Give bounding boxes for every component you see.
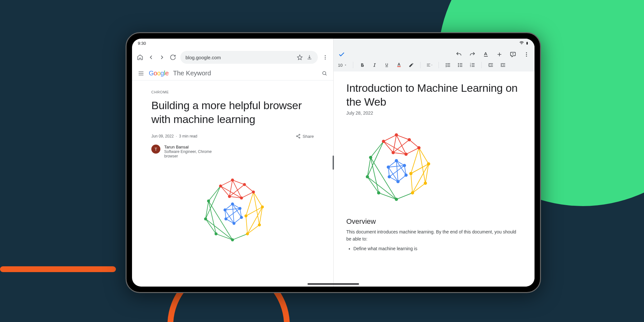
- underline-icon[interactable]: [384, 62, 390, 68]
- google-logo: Google: [149, 70, 169, 77]
- italic-icon[interactable]: [371, 62, 378, 68]
- section-heading: Overview: [346, 217, 522, 226]
- dropdown-arrow-icon: [344, 63, 347, 67]
- svg-point-44: [424, 182, 427, 185]
- svg-point-2: [325, 59, 326, 60]
- svg-point-25: [224, 217, 227, 220]
- svg-point-15: [246, 232, 249, 235]
- svg-point-20: [231, 238, 234, 241]
- svg-point-22: [239, 207, 242, 210]
- article-hero-illustration: [151, 168, 314, 252]
- comment-icon[interactable]: [509, 51, 516, 58]
- back-icon[interactable]: [147, 54, 155, 61]
- svg-point-11: [240, 196, 243, 199]
- share-icon: [296, 134, 301, 139]
- svg-point-21: [231, 203, 234, 205]
- article-content: CHROME Building a more helpful browser w…: [132, 80, 333, 261]
- svg-point-55: [388, 175, 391, 178]
- background-orange-line: [0, 266, 116, 272]
- svg-point-45: [411, 191, 414, 194]
- svg-point-43: [427, 162, 430, 166]
- svg-point-24: [232, 222, 235, 225]
- omnibox-url: blog.google.com: [185, 55, 293, 60]
- bullet-list-icon[interactable]: [457, 62, 463, 68]
- reload-icon[interactable]: [169, 54, 176, 61]
- svg-point-8: [231, 179, 234, 182]
- svg-point-50: [395, 198, 398, 201]
- text-format-icon[interactable]: [482, 51, 489, 58]
- author-name: Tarun Bansal: [164, 145, 216, 149]
- svg-point-47: [369, 156, 372, 159]
- align-icon[interactable]: [426, 62, 433, 68]
- svg-point-46: [409, 172, 412, 175]
- outdent-icon[interactable]: [488, 62, 494, 68]
- list-item: Define what machine learning is: [354, 246, 522, 251]
- svg-point-17: [207, 200, 210, 203]
- svg-point-14: [258, 223, 261, 226]
- svg-rect-30: [397, 66, 401, 67]
- hamburger-icon[interactable]: [138, 70, 144, 77]
- checklist-icon[interactable]: [445, 62, 451, 68]
- highlight-icon[interactable]: [408, 62, 414, 68]
- redo-icon[interactable]: [469, 51, 476, 58]
- svg-point-49: [377, 191, 380, 194]
- svg-point-19: [215, 232, 218, 235]
- svg-point-54: [396, 180, 400, 183]
- author-block: T Tarun Bansal Software Engineer, Chrome…: [151, 145, 314, 158]
- svg-point-52: [403, 164, 406, 167]
- svg-point-7: [219, 185, 222, 187]
- text-color-icon[interactable]: [396, 62, 402, 68]
- home-icon[interactable]: [137, 54, 144, 61]
- share-button[interactable]: Share: [296, 134, 314, 139]
- site-title: The Keyword: [173, 70, 211, 77]
- svg-point-13: [261, 205, 264, 208]
- forward-icon[interactable]: [158, 54, 166, 61]
- docs-menu-icon[interactable]: [523, 51, 530, 58]
- svg-point-51: [395, 159, 398, 162]
- bold-icon[interactable]: [359, 62, 365, 68]
- svg-point-38: [395, 133, 398, 137]
- indent-icon[interactable]: [500, 62, 506, 68]
- done-check-icon[interactable]: [338, 51, 345, 58]
- search-icon[interactable]: [322, 71, 327, 76]
- svg-point-12: [228, 195, 231, 198]
- download-icon[interactable]: [306, 54, 313, 61]
- bullet-list: Define what machine learning is: [346, 246, 522, 251]
- android-nav-handle[interactable]: [308, 283, 359, 285]
- article-meta: Jun 09, 2022 · 3 min read: [151, 134, 197, 138]
- svg-point-27: [526, 52, 527, 53]
- doc-title: Introduction to Machine Learning on the …: [346, 81, 522, 109]
- svg-point-23: [240, 216, 243, 219]
- split-divider-handle[interactable]: [333, 156, 334, 170]
- chrome-toolbar: blog.google.com: [132, 39, 333, 66]
- docs-main-toolbar: [334, 39, 535, 60]
- svg-point-56: [387, 166, 390, 169]
- svg-point-40: [417, 146, 421, 149]
- svg-point-3: [323, 71, 326, 75]
- section-paragraph: This document introduces machine learnin…: [346, 228, 522, 243]
- doc-illustration: [346, 122, 522, 212]
- svg-point-39: [408, 138, 411, 141]
- svg-point-37: [382, 140, 385, 143]
- undo-icon[interactable]: [455, 51, 462, 58]
- svg-point-28: [526, 54, 527, 55]
- chrome-menu-icon[interactable]: [322, 54, 329, 61]
- omnibox[interactable]: blog.google.com: [180, 51, 318, 64]
- article-category: CHROME: [151, 90, 314, 94]
- svg-point-10: [252, 191, 255, 194]
- doc-date: July 28, 2022: [346, 110, 522, 116]
- svg-point-29: [526, 56, 527, 57]
- numbered-list-icon[interactable]: 123: [469, 62, 476, 68]
- tablet-frame: 9:30 blog.google.com: [126, 32, 541, 293]
- font-size-selector[interactable]: 10: [338, 63, 347, 68]
- chrome-app-pane: blog.google.com Google The Keyword CHROM…: [132, 39, 334, 287]
- document-body[interactable]: Introduction to Machine Learning on the …: [334, 71, 535, 287]
- star-icon[interactable]: [297, 54, 303, 61]
- docs-format-toolbar: 10 123: [334, 60, 535, 71]
- svg-point-18: [204, 217, 207, 220]
- site-header: Google The Keyword: [132, 66, 333, 80]
- svg-point-9: [243, 183, 246, 186]
- svg-text:3: 3: [470, 65, 471, 67]
- tablet-screen: 9:30 blog.google.com: [132, 39, 535, 287]
- insert-plus-icon[interactable]: [496, 51, 503, 58]
